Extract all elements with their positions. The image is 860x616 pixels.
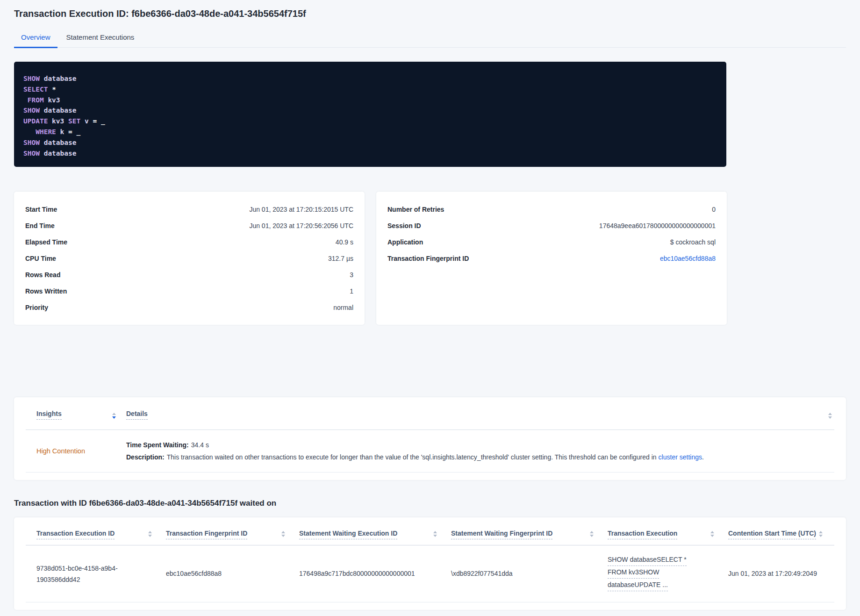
tab-statement-executions[interactable]: Statement Executions — [59, 29, 141, 48]
summary-label: CPU Time — [25, 255, 56, 262]
summary-row: Elapsed Time40.9 s — [25, 234, 353, 250]
sql-token: WHERE — [36, 128, 56, 136]
transaction-execution-line: FROM kv3SHOW — [608, 567, 714, 580]
sql-token: SET — [68, 117, 80, 125]
tab-bar: Overview Statement Executions — [14, 29, 846, 48]
sort-icon[interactable] — [433, 531, 437, 537]
sort-icon[interactable] — [148, 531, 152, 537]
transaction-execution-link[interactable]: SHOW databaseSELECT *FROM kv3SHOWdatabas… — [608, 555, 728, 593]
summary-row: End TimeJun 01, 2023 at 17:20:56:2056 UT… — [25, 217, 353, 234]
sql-token: v — [80, 117, 93, 125]
table-cell-value: 9738d051-bc0e-4158-a9b4-1903586ddd42 — [36, 563, 125, 585]
table-cell-value: Jun 01, 2023 at 17:20:49:2049 — [728, 570, 817, 577]
summary-label: End Time — [25, 222, 55, 229]
sort-icon[interactable] — [710, 531, 714, 537]
column-header[interactable]: Transaction Execution — [608, 530, 728, 539]
column-header[interactable]: Statement Waiting Execution ID — [299, 530, 451, 539]
table-cell: \xdb8922f077541dda — [451, 569, 608, 579]
sql-line: SHOW database — [23, 148, 717, 159]
summary-row: Number of Retries0 — [387, 201, 716, 217]
insights-column-header[interactable]: Insights — [36, 410, 126, 420]
summary-label: Session ID — [387, 222, 421, 229]
insight-type-label: High Contention — [36, 447, 126, 455]
sort-down-arrow-icon — [148, 535, 152, 537]
summary-value: Jun 01, 2023 at 17:20:15:2015 UTC — [249, 206, 353, 213]
column-header-label: Statement Waiting Fingerprint ID — [451, 530, 552, 539]
tab-overview[interactable]: Overview — [14, 29, 57, 48]
sort-up-arrow-icon — [710, 531, 714, 533]
sort-up-arrow-icon — [433, 531, 437, 533]
summary-value: 40.9 s — [336, 238, 353, 246]
sql-token: * — [52, 86, 56, 93]
tab-statement-executions-label: Statement Executions — [66, 33, 134, 41]
transaction-execution-line-text: databaseUPDATE ... — [608, 580, 668, 591]
tab-overview-label: Overview — [21, 33, 50, 41]
summary-label: Rows Written — [25, 287, 67, 295]
sql-line: SHOW database — [23, 137, 717, 148]
cluster-settings-link[interactable]: cluster settings — [659, 453, 702, 461]
summary-row: Rows Written1 — [25, 283, 353, 299]
sort-down-arrow-icon — [590, 535, 594, 537]
transaction-execution-details-page: Transaction Execution ID: f6be6366-da03-… — [0, 8, 860, 610]
sort-icon[interactable] — [281, 531, 285, 537]
table-cell-value: 176498a9c717bdc80000000000000001 — [299, 570, 415, 577]
summary-label: Elapsed Time — [25, 238, 67, 246]
table-cell-value: \xdb8922f077541dda — [451, 570, 513, 577]
sql-token — [48, 86, 52, 93]
sql-line: UPDATE kv3 SET v = _ — [23, 116, 717, 127]
sql-line: FROM kv3 — [23, 95, 717, 106]
transaction-execution-line-text: SHOW databaseSELECT * — [608, 555, 687, 566]
description-suffix: . — [702, 453, 704, 461]
sort-down-arrow-icon — [433, 535, 437, 537]
details-column-header-label[interactable]: Details — [126, 410, 148, 420]
column-header[interactable]: Contention Start Time (UTC) — [728, 530, 837, 539]
waited-on-table: Transaction Execution IDTransaction Fing… — [14, 517, 846, 610]
page-title: Transaction Execution ID: f6be6366-da03-… — [14, 8, 846, 19]
time-spent-waiting-value: 34.4 s — [191, 441, 209, 449]
waited-on-table-header: Transaction Execution IDTransaction Fing… — [14, 517, 846, 539]
summary-label: Transaction Fingerprint ID — [387, 255, 469, 262]
sql-token — [23, 128, 36, 136]
sql-token: FROM — [28, 96, 44, 104]
sql-token: = _ — [68, 128, 80, 136]
summary-label: Rows Read — [25, 271, 60, 279]
sort-icon[interactable] — [819, 531, 823, 537]
description-text: This transaction waited on other transac… — [167, 453, 657, 461]
sql-token: database — [40, 139, 77, 146]
table-cell: 9738d051-bc0e-4158-a9b4-1903586ddd42 — [36, 563, 166, 585]
column-header[interactable]: Statement Waiting Fingerprint ID — [451, 530, 608, 539]
column-header[interactable]: Transaction Fingerprint ID — [166, 530, 299, 539]
description-label: Description: — [126, 453, 165, 461]
sql-token: kv3 — [44, 96, 60, 104]
sort-up-arrow-icon — [590, 531, 594, 533]
sort-up-arrow-icon — [819, 531, 823, 533]
sort-icon[interactable] — [828, 413, 832, 419]
summary-value: normal — [333, 304, 353, 311]
sql-token: database — [40, 75, 77, 82]
column-header-label: Transaction Execution ID — [36, 530, 115, 539]
column-header[interactable]: Transaction Execution ID — [36, 530, 166, 539]
sql-token: kv3 — [48, 117, 68, 125]
summary-row: Prioritynormal — [25, 299, 353, 315]
transaction-fingerprint-link[interactable]: ebc10ae56cfd88a8 — [660, 255, 716, 262]
summary-value: 17648a9eea6017800000000000000001 — [599, 222, 716, 229]
summary-value: 3 — [350, 271, 353, 279]
sql-line: SELECT * — [23, 84, 717, 95]
sql-line: SHOW database — [23, 105, 717, 116]
sort-icon[interactable] — [112, 413, 116, 419]
sort-icon[interactable] — [590, 531, 594, 537]
sql-token: SHOW — [23, 107, 40, 114]
sql-token: SHOW — [23, 75, 40, 82]
summary-label: Priority — [25, 304, 48, 311]
summary-row: Application$ cockroach sql — [387, 234, 716, 250]
transaction-execution-line: SHOW databaseSELECT * — [608, 555, 714, 567]
table-row: 9738d051-bc0e-4158-a9b4-1903586ddd42ebc1… — [14, 545, 846, 602]
sort-down-arrow-icon — [819, 535, 823, 537]
divider — [26, 602, 834, 602]
insights-table-header: Insights Details — [14, 397, 846, 430]
sql-line: WHERE k = _ — [23, 127, 717, 137]
summary-row: Session ID17648a9eea60178000000000000000… — [387, 217, 716, 234]
sort-up-arrow-icon — [148, 531, 152, 533]
insights-column-header-label: Insights — [36, 410, 62, 420]
sql-token: UPDATE — [23, 117, 48, 125]
